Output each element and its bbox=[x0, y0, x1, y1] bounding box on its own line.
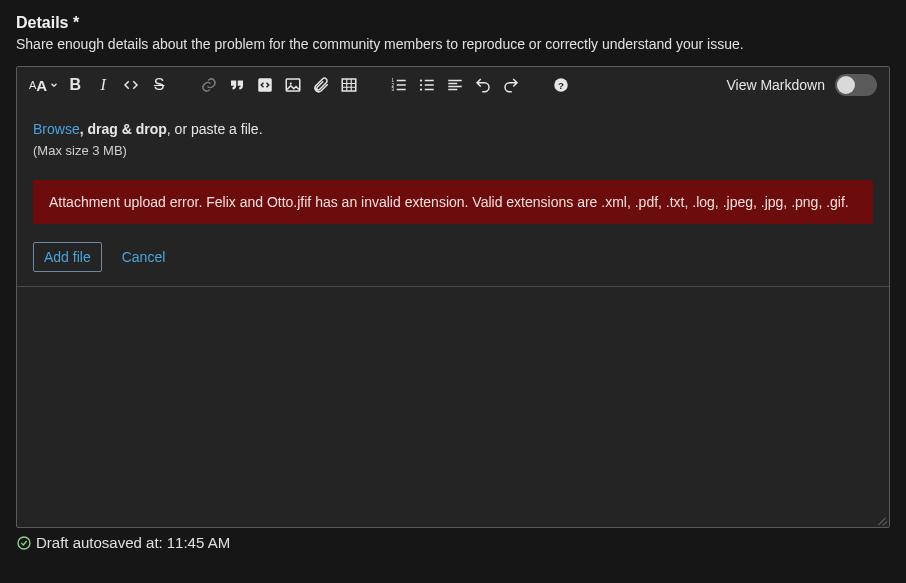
undo-icon[interactable] bbox=[471, 73, 495, 97]
svg-point-12 bbox=[18, 537, 30, 549]
editor-textarea[interactable] bbox=[17, 287, 889, 527]
upload-error-banner: Attachment upload error. Felix and Otto.… bbox=[33, 180, 873, 224]
svg-point-9 bbox=[420, 88, 422, 90]
help-icon[interactable]: ? bbox=[549, 73, 573, 97]
browse-link[interactable]: Browse bbox=[33, 121, 80, 137]
autosave-prefix: Draft autosaved at: bbox=[36, 534, 163, 551]
attachment-dropzone[interactable]: Browse, drag & drop, or paste a file. (M… bbox=[17, 103, 889, 287]
check-circle-icon bbox=[16, 535, 32, 551]
image-icon[interactable] bbox=[281, 73, 305, 97]
svg-point-8 bbox=[420, 84, 422, 86]
add-file-button[interactable]: Add file bbox=[33, 242, 102, 272]
view-markdown-label: View Markdown bbox=[726, 77, 825, 93]
svg-text:?: ? bbox=[558, 80, 564, 91]
resize-handle-icon[interactable] bbox=[875, 513, 887, 525]
code-block-icon[interactable] bbox=[253, 73, 277, 97]
svg-point-2 bbox=[290, 82, 292, 84]
cancel-button[interactable]: Cancel bbox=[116, 248, 172, 266]
align-icon[interactable] bbox=[443, 73, 467, 97]
svg-rect-3 bbox=[342, 79, 356, 91]
drag-drop-text: , drag & drop bbox=[80, 121, 167, 137]
rich-text-editor: AA B I S bbox=[16, 66, 890, 528]
unordered-list-icon[interactable] bbox=[415, 73, 439, 97]
autosave-status: Draft autosaved at: 11:45 AM bbox=[16, 534, 890, 551]
svg-point-7 bbox=[420, 79, 422, 81]
strike-button[interactable]: S bbox=[147, 73, 171, 97]
view-markdown-toggle[interactable] bbox=[835, 74, 877, 96]
bold-button[interactable]: B bbox=[63, 73, 87, 97]
font-size-button[interactable]: AA bbox=[29, 73, 59, 97]
svg-text:3: 3 bbox=[392, 87, 395, 92]
attachment-icon[interactable] bbox=[309, 73, 333, 97]
editor-toolbar: AA B I S bbox=[17, 67, 889, 103]
redo-icon[interactable] bbox=[499, 73, 523, 97]
section-subheading: Share enough details about the problem f… bbox=[16, 36, 890, 52]
autosave-time: 11:45 AM bbox=[167, 534, 230, 551]
italic-button[interactable]: I bbox=[91, 73, 115, 97]
max-size-text: (Max size 3 MB) bbox=[33, 143, 873, 158]
ordered-list-icon[interactable]: 123 bbox=[387, 73, 411, 97]
table-icon[interactable] bbox=[337, 73, 361, 97]
code-button[interactable] bbox=[119, 73, 143, 97]
or-paste-text: , or paste a file. bbox=[167, 121, 263, 137]
browse-instruction: Browse, drag & drop, or paste a file. bbox=[33, 121, 873, 137]
section-heading: Details * bbox=[16, 14, 890, 32]
link-icon[interactable] bbox=[197, 73, 221, 97]
quote-icon[interactable] bbox=[225, 73, 249, 97]
